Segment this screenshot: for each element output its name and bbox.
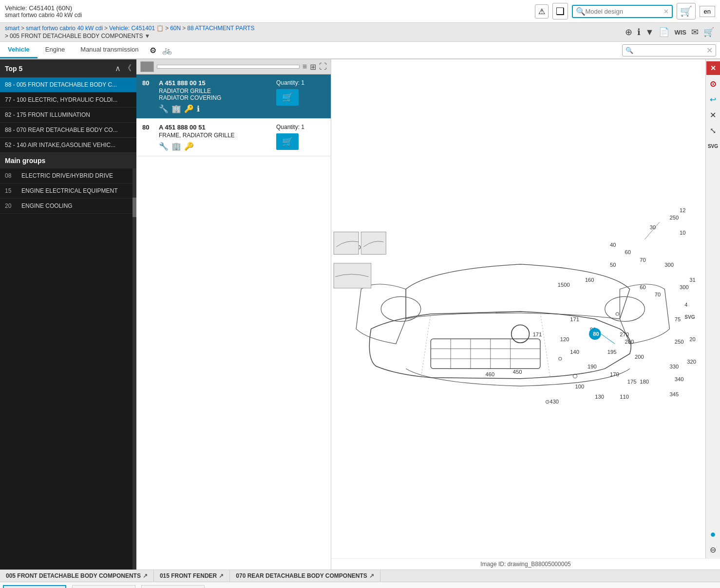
maximize-icon[interactable]: ⛶ [319,62,327,71]
tab-engine[interactable]: Engine [38,42,73,58]
copy-vehicle-icon[interactable]: 📋 [156,25,164,32]
svg-text:50: 50 [610,262,616,268]
image-id-text: Image ID: drawing_B88005000005 [480,561,570,568]
top5-item-4[interactable]: 52 - 140 AIR INTAKE,GASOLINE VEHIC... [0,138,136,153]
group-scrollbar-thumb[interactable] [133,198,136,217]
svg-text:270: 270 [620,331,629,337]
thumbnail-0[interactable] [3,585,66,588]
diagram-x-btn[interactable]: ✕ [706,108,720,122]
svg-text:40: 40 [610,242,616,248]
key-btn-0[interactable]: 🔑 [184,104,194,113]
svg-text:30: 30 [650,224,656,230]
group-item-08[interactable]: 08 ELECTRIC DRIVE/HYBRID DRIVE [0,168,133,184]
copy-button[interactable]: ❑ [552,3,568,19]
building-btn-0[interactable]: 🏢 [171,104,181,113]
thumb-section-external-0[interactable]: ↗ [143,572,148,579]
breadcrumb-smart[interactable]: smart [5,25,19,32]
breadcrumb-attachment[interactable]: 88 ATTACHMENT PARTS [187,25,254,32]
part-details-0: A 451 888 00 15 RADIATOR GRILLE RADIATOR… [159,79,271,113]
top5-item-1[interactable]: 77 - 100 ELECTRIC, HYDRAULIC FOLDI... [0,92,136,108]
key-btn-1[interactable]: 🔑 [184,142,194,151]
tab-settings-icon[interactable]: ⚙ [147,44,159,57]
svg-text:31: 31 [689,277,695,283]
diagram-blue-dot-btn[interactable]: ● [706,527,720,541]
svg-text:200: 200 [635,354,644,360]
wrench-btn-1[interactable]: 🔧 [159,142,169,151]
language-button[interactable]: en [700,6,715,17]
mail-button[interactable]: ✉ [690,26,700,38]
diagram-settings-btn[interactable]: ⊙ [706,77,720,91]
warning-button[interactable]: ⚠ [535,4,549,18]
top5-header: Top 5 ∧ 《 [0,59,136,77]
thumbnail-1[interactable] [72,585,135,588]
breadcrumb: smart > smart fortwo cabrio 40 kW cdi > … [5,25,254,32]
search-close-icon[interactable]: ✕ [663,8,669,15]
svg-text:⊙430: ⊙430 [545,399,559,404]
svg-text:450: 450 [513,369,522,375]
section-dropdown-icon[interactable]: ▼ [144,33,150,39]
top5-collapse-btn[interactable]: ∧ [115,63,121,74]
group-item-20[interactable]: 20 ENGINE COOLING [0,199,133,214]
filter-button[interactable]: ▼ [644,26,655,38]
bottom-panel: 005 FRONT DETACHABLE BODY COMPONENTS ↗ 0… [0,570,720,588]
tabs-search-input[interactable] [633,47,706,54]
tabs-search-clear[interactable]: ✕ [706,46,713,55]
group-scrollbar[interactable] [133,168,136,570]
thumb-section-label-2: 070 REAR DETACHABLE BODY COMPONENTS [236,572,367,579]
thumb-section-1: 015 FRONT FENDER ↗ [154,570,230,582]
breadcrumb-model[interactable]: smart fortwo cabrio 40 kW cdi [26,25,103,32]
top5-item-2[interactable]: 82 - 175 FRONT ILLUMINATION [0,108,136,123]
thumb-section-external-1[interactable]: ↗ [219,572,224,579]
part-code-0: A 451 888 00 15 [159,79,271,87]
svg-text:175: 175 [627,379,637,385]
diagram-zoom-minus-btn[interactable]: ⊖ [706,543,720,556]
top5-item-3[interactable]: 88 - 070 REAR DETACHABLE BODY CO... [0,123,136,138]
add-to-cart-btn-0[interactable]: 🛒 [276,89,299,106]
diagram-undo-btn[interactable]: ↩ [706,92,720,106]
svg-text:171: 171 [533,331,542,337]
diagram-close-button[interactable]: ✕ [706,61,720,75]
wis-button[interactable]: WIS [673,28,687,37]
center-panel: ≡ ⊞ ⛶ 80 A 451 888 00 15 RADIATOR GRILLE… [136,59,331,570]
svg-text:250: 250 [670,215,679,220]
search-icon: 🔍 [576,7,586,16]
left-panel: Top 5 ∧ 《 88 - 005 FRONT DETACHABLE BODY… [0,59,136,570]
expand-icon[interactable]: ⊞ [310,62,316,72]
cart-breadcrumb-button[interactable]: 🛒 [702,26,715,38]
diagram-expand-btn[interactable]: ⤡ [706,124,720,137]
top5-item-0[interactable]: 88 - 005 FRONT DETACHABLE BODY C... [0,77,136,92]
top5-controls: ∧ 《 [115,63,132,74]
info-btn-0[interactable]: ℹ [197,104,200,113]
svg-text:SVG: SVG [684,314,695,320]
thumbnail-2[interactable] [141,585,205,588]
breadcrumb-60n[interactable]: 60N [170,25,181,32]
header: Vehicle: C451401 (60N) smart fortwo cabr… [0,0,720,23]
toolbar-search-box[interactable] [157,65,300,69]
tab-manual-transmission[interactable]: Manual transmission [73,42,146,58]
breadcrumb-vehicle[interactable]: Vehicle: C451401 [109,25,155,32]
document-button[interactable]: 📄 [658,26,670,38]
part-qty-0: Quantity: 1 🛒 [276,79,325,106]
thumb-section-external-2[interactable]: ↗ [369,572,374,579]
model-search-input[interactable] [586,8,663,15]
tab-bike-icon[interactable]: 🚲 [159,44,175,57]
add-to-cart-btn-1[interactable]: 🛒 [276,133,299,150]
top5-back-btn[interactable]: 《 [124,63,132,74]
svg-text:120: 120 [560,336,569,342]
diagram-svg-btn[interactable]: SVG [706,139,720,153]
svg-text:1500: 1500 [558,282,570,288]
list-view-icon[interactable]: ≡ [303,62,307,71]
group-items: 08 ELECTRIC DRIVE/HYBRID DRIVE 15 ENGINE… [0,168,133,570]
building-btn-1[interactable]: 🏢 [171,142,181,151]
wrench-btn-0[interactable]: 🔧 [159,104,169,113]
breadcrumb-section-row: > 005 FRONT DETACHABLE BODY COMPONENTS ▼ [5,33,254,39]
tab-vehicle[interactable]: Vehicle [0,42,38,58]
group-item-15[interactable]: 15 ENGINE ELECTRICAL EQUIPMENT [0,184,133,199]
zoom-in-button[interactable]: ⊕ [624,26,633,38]
thumb-section-0: 005 FRONT DETACHABLE BODY COMPONENTS ↗ [0,570,154,582]
tabs-search-box: 🔍 ✕ [622,44,716,56]
svg-text:330: 330 [670,364,679,369]
info-button[interactable]: ℹ [636,26,642,38]
right-toolbar: ✕ ⊙ ↩ ✕ ⤡ SVG ● ⊖ [705,59,720,558]
cart-header-button[interactable]: 🛒 [677,3,696,19]
